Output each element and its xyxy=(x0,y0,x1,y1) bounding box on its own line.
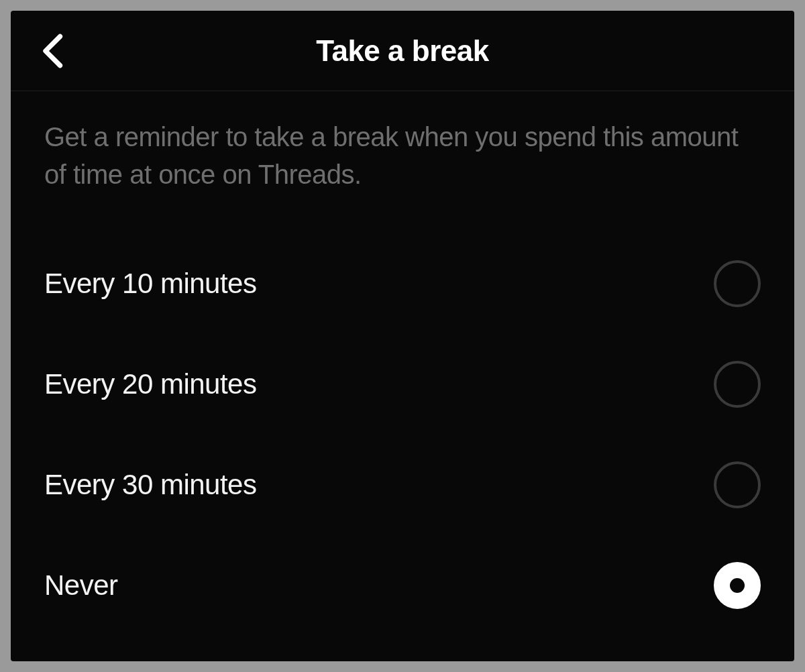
option-label: Every 30 minutes xyxy=(44,469,256,501)
option-never[interactable]: Never xyxy=(44,535,761,636)
option-label: Never xyxy=(44,569,118,602)
option-every-30-minutes[interactable]: Every 30 minutes xyxy=(44,435,761,535)
radio-icon xyxy=(714,361,761,408)
radio-icon xyxy=(714,562,761,609)
page-title: Take a break xyxy=(11,34,794,68)
radio-icon xyxy=(714,260,761,307)
back-button[interactable] xyxy=(35,28,70,74)
radio-icon xyxy=(714,461,761,508)
content: Get a reminder to take a break when you … xyxy=(11,91,794,661)
option-label: Every 20 minutes xyxy=(44,368,256,400)
chevron-left-icon xyxy=(40,34,64,68)
settings-screen: Take a break Get a reminder to take a br… xyxy=(11,11,794,661)
description-text: Get a reminder to take a break when you … xyxy=(44,118,761,193)
option-every-10-minutes[interactable]: Every 10 minutes xyxy=(44,233,761,334)
option-every-20-minutes[interactable]: Every 20 minutes xyxy=(44,334,761,435)
option-list: Every 10 minutes Every 20 minutes Every … xyxy=(44,233,761,636)
header: Take a break xyxy=(11,11,794,91)
option-label: Every 10 minutes xyxy=(44,268,256,300)
